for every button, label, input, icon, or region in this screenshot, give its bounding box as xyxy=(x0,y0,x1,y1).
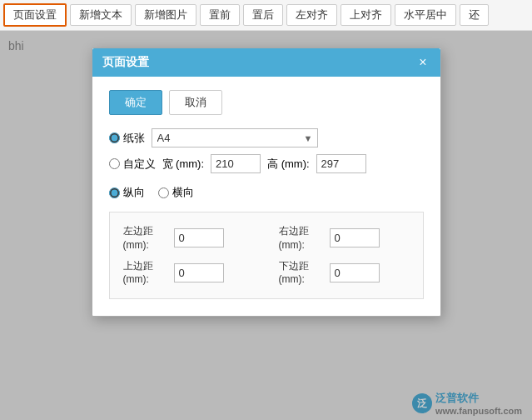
align-top-button[interactable]: 上对齐 xyxy=(341,4,391,26)
right-margin-input[interactable]: 0 xyxy=(330,228,380,248)
paper-preset-radio[interactable] xyxy=(109,132,120,143)
left-margin-label: 左边距(mm): xyxy=(123,224,169,252)
paper-section: 纸张 A4A3B5Letter自定义 ▼ 自定义 宽 (mm): 210 高 xyxy=(109,128,424,173)
page-setup-dialog: 页面设置 × 确定 取消 纸张 A4A3B5Letter自定义 xyxy=(92,48,441,317)
bottom-margin-label: 下边距(mm): xyxy=(279,259,325,288)
paper-preset-row: 纸张 A4A3B5Letter自定义 ▼ xyxy=(109,128,424,148)
dialog-actions: 确定 取消 xyxy=(109,90,424,115)
send-back-button[interactable]: 置后 xyxy=(243,4,283,26)
paper-select-wrapper: A4A3B5Letter自定义 ▼ xyxy=(152,128,318,148)
restore-button[interactable]: 还 xyxy=(460,4,489,26)
orientation-section: 纵向 横向 xyxy=(109,185,424,200)
toolbar: 页面设置 新增文本 新增图片 置前 置后 左对齐 上对齐 水平居中 还 xyxy=(0,0,532,31)
main-area: bhi 页面设置 × 确定 取消 纸张 xyxy=(0,31,532,420)
paper-select[interactable]: A4A3B5Letter自定义 xyxy=(152,128,318,148)
add-image-button[interactable]: 新增图片 xyxy=(135,4,196,26)
right-margin-item: 右边距(mm): 0 xyxy=(279,224,410,252)
landscape-radio-label[interactable]: 横向 xyxy=(158,185,194,200)
width-input[interactable]: 210 xyxy=(211,154,261,173)
align-left-button[interactable]: 左对齐 xyxy=(286,4,337,26)
right-margin-label: 右边距(mm): xyxy=(279,224,325,252)
margins-grid: 左边距(mm): 0 右边距(mm): 0 上边距(mm): 0 xyxy=(123,224,410,287)
dialog-title: 页面设置 xyxy=(102,55,149,70)
width-label: 宽 (mm): xyxy=(162,157,205,172)
dialog-header: 页面设置 × xyxy=(92,48,440,77)
paper-radio-label[interactable]: 纸张 xyxy=(109,131,145,146)
page-setup-button[interactable]: 页面设置 xyxy=(3,3,67,27)
align-center-h-button[interactable]: 水平居中 xyxy=(395,4,456,26)
dialog-body: 确定 取消 纸张 A4A3B5Letter自定义 ▼ xyxy=(92,77,440,316)
landscape-radio[interactable] xyxy=(158,188,169,198)
top-margin-label: 上边距(mm): xyxy=(123,259,169,288)
height-label: 高 (mm): xyxy=(267,157,310,172)
height-input[interactable]: 297 xyxy=(316,154,366,173)
landscape-label: 横向 xyxy=(172,185,194,200)
custom-radio-label[interactable]: 自定义 xyxy=(109,157,156,172)
left-margin-item: 左边距(mm): 0 xyxy=(123,224,254,252)
custom-preset-radio[interactable] xyxy=(109,158,120,169)
paper-label-text: 纸张 xyxy=(123,131,145,146)
portrait-radio-label[interactable]: 纵向 xyxy=(109,185,145,200)
custom-size-row: 自定义 宽 (mm): 210 高 (mm): 297 xyxy=(109,154,424,173)
portrait-radio[interactable] xyxy=(109,188,120,198)
margins-section: 左边距(mm): 0 右边距(mm): 0 上边距(mm): 0 xyxy=(109,212,424,299)
custom-label-text: 自定义 xyxy=(123,157,156,172)
top-margin-item: 上边距(mm): 0 xyxy=(123,259,254,288)
bottom-margin-item: 下边距(mm): 0 xyxy=(279,259,410,288)
confirm-button[interactable]: 确定 xyxy=(109,90,162,115)
top-margin-input[interactable]: 0 xyxy=(174,263,224,282)
dialog-close-button[interactable]: × xyxy=(415,56,430,69)
portrait-label: 纵向 xyxy=(123,185,145,200)
left-margin-input[interactable]: 0 xyxy=(174,228,224,248)
add-text-button[interactable]: 新增文本 xyxy=(70,4,132,26)
bottom-margin-input[interactable]: 0 xyxy=(330,263,380,282)
bring-front-button[interactable]: 置前 xyxy=(200,4,240,26)
cancel-button[interactable]: 取消 xyxy=(169,90,222,115)
